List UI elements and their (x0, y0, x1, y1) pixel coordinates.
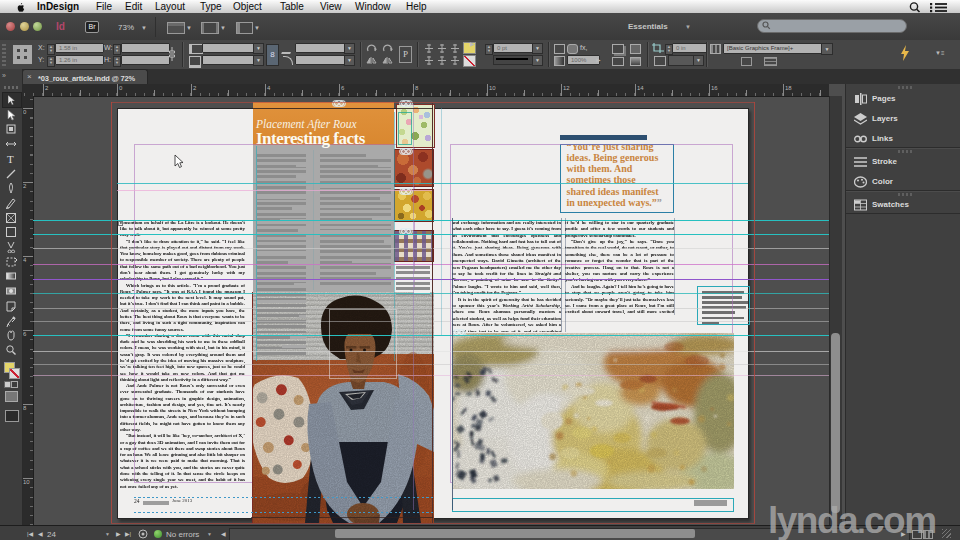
svg-text:T: T (7, 153, 14, 165)
